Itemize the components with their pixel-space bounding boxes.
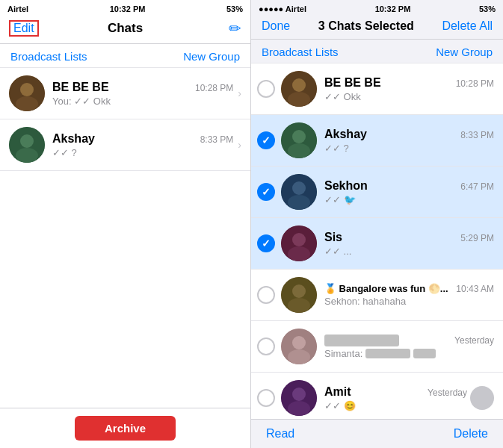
chevron-icon-bebebebe: › xyxy=(238,87,241,99)
right-time: 10:32 PM xyxy=(375,4,411,13)
svg-point-17 xyxy=(288,246,310,261)
right-chat-info-sekhon: Sekhon 6:47 PM ✓✓ 🐦 xyxy=(324,179,494,205)
right-chat-name-bebebebe: BE BE BE xyxy=(324,76,381,90)
right-chat-item-sis[interactable]: ✓ Sis 5:29 PM ✓✓ ... xyxy=(251,218,503,270)
svg-point-11 xyxy=(288,143,310,158)
left-nav-bar: Edit Chats ✏ xyxy=(0,16,250,44)
chat-preview-label-bebebebe: You: xyxy=(52,96,74,107)
right-chat-preview-blurred xyxy=(365,349,410,358)
right-chat-item-blurred[interactable]: Yesterday Simanta: xyxy=(251,321,503,373)
right-chat-emoji-blurred xyxy=(413,349,436,358)
chat-info-bebebebe: BE BE BE 10:28 PM You: ✓✓ Okk xyxy=(52,81,233,107)
right-chat-preview-sekhon: ✓✓ 🐦 xyxy=(324,194,356,205)
chat-item-bebebebe[interactable]: BE BE BE 10:28 PM You: ✓✓ Okk › xyxy=(0,68,250,119)
right-links-row: Broadcast Lists New Group xyxy=(251,40,503,63)
right-chat-preview-sis: ✓✓ ... xyxy=(324,246,351,257)
right-chat-list: BE BE BE 10:28 PM ✓✓ Okk ✓ Akshay 8:33 P… xyxy=(251,63,503,419)
chats-title: Chats xyxy=(108,21,143,36)
read-button[interactable]: Read xyxy=(266,427,294,441)
svg-point-19 xyxy=(292,284,306,298)
right-chat-item-bebebebe[interactable]: BE BE BE 10:28 PM ✓✓ Okk xyxy=(251,63,503,115)
right-chat-preview-label-bangalore: Sekhon: xyxy=(324,296,362,307)
chat-preview-bebebebe: ✓✓ Okk xyxy=(74,96,111,107)
right-chat-name-bangalore: 🏅 Bangalore was fun 🌕... xyxy=(324,283,448,294)
delete-button[interactable]: Delete xyxy=(454,427,488,441)
right-battery: 53% xyxy=(479,4,496,13)
right-new-group[interactable]: New Group xyxy=(436,46,493,58)
right-avatar-sis xyxy=(281,225,317,261)
right-bottom-bar: Read Delete xyxy=(251,419,503,448)
right-chat-preview-amit: ✓✓ 😊 xyxy=(324,400,356,411)
edit-button[interactable]: Edit xyxy=(9,20,39,37)
selection-circle-sis[interactable]: ✓ xyxy=(257,234,275,252)
delete-all-button[interactable]: Delete All xyxy=(442,19,493,33)
right-avatar-akshay xyxy=(281,122,317,158)
chat-name-akshay: Akshay xyxy=(52,132,95,146)
right-chat-item-akshay[interactable]: ✓ Akshay 8:33 PM ✓✓ ? xyxy=(251,115,503,167)
right-status-bar: ●●●●● Airtel 10:32 PM 53% xyxy=(251,0,503,16)
right-nav-bar: Done 3 Chats Selected Delete All xyxy=(251,16,503,40)
selection-circle-blurred[interactable] xyxy=(257,337,275,355)
right-chat-info-bangalore: 🏅 Bangalore was fun 🌕... 10:43 AM Sekhon… xyxy=(324,283,494,307)
svg-point-16 xyxy=(292,233,306,246)
left-carrier: Airtel xyxy=(7,4,28,13)
svg-point-23 xyxy=(288,349,310,364)
new-group-button[interactable]: New Group xyxy=(183,50,240,63)
right-chat-preview-bangalore: hahahaha xyxy=(362,296,406,307)
right-chat-name-amit: Amit xyxy=(324,385,351,399)
left-time: 10:32 PM xyxy=(110,4,146,13)
avatar-bebebebe xyxy=(9,75,45,111)
right-preview-label-blurred: Simanta: xyxy=(324,348,362,359)
svg-point-25 xyxy=(292,388,306,401)
right-chat-name-sis: Sis xyxy=(324,231,342,244)
selection-circle-bebebebe[interactable] xyxy=(257,80,275,98)
svg-point-26 xyxy=(288,401,310,416)
right-chat-info-bebebebe: BE BE BE 10:28 PM ✓✓ Okk xyxy=(324,76,494,102)
svg-point-10 xyxy=(292,130,306,143)
chat-preview-akshay: ✓✓ ? xyxy=(52,147,77,158)
right-chat-info-sis: Sis 5:29 PM ✓✓ ... xyxy=(324,231,494,257)
right-chat-time-sekhon: 6:47 PM xyxy=(460,181,494,192)
selection-circle-amit[interactable] xyxy=(257,389,275,407)
right-chat-item-amit[interactable]: Amit Yesterday ✓✓ 😊 xyxy=(251,373,503,419)
right-broadcast-lists[interactable]: Broadcast Lists xyxy=(262,46,339,58)
right-chat-item-sekhon[interactable]: ✓ Sekhon 6:47 PM ✓✓ 🐦 xyxy=(251,167,503,218)
svg-point-8 xyxy=(288,92,310,107)
right-avatar-blurred xyxy=(281,329,317,364)
svg-point-5 xyxy=(16,148,38,163)
right-chat-time-blurred: Yesterday xyxy=(454,335,494,346)
right-chat-info-blurred: Yesterday Simanta: xyxy=(324,335,494,359)
right-chat-info-amit: Amit Yesterday ✓✓ 😊 xyxy=(324,385,467,411)
selection-circle-akshay[interactable]: ✓ xyxy=(257,131,275,149)
svg-point-1 xyxy=(20,83,34,96)
avatar-akshay xyxy=(9,127,45,163)
right-chat-time-akshay: 8:33 PM xyxy=(460,130,494,140)
left-bottom-bar: Archive xyxy=(0,408,250,448)
selection-circle-sekhon[interactable]: ✓ xyxy=(257,183,275,201)
left-links-row: Broadcast Lists New Group xyxy=(0,44,250,68)
chat-time-bebebebe: 10:28 PM xyxy=(195,83,233,93)
right-chat-time-amit: Yesterday xyxy=(428,388,467,398)
unread-badge-amit xyxy=(470,386,494,410)
right-chat-preview-akshay: ✓✓ ? xyxy=(324,143,349,154)
svg-point-2 xyxy=(16,96,38,111)
chat-item-akshay[interactable]: Akshay 8:33 PM ✓✓ ? › xyxy=(0,119,250,171)
right-chat-name-blurred xyxy=(324,335,399,346)
done-button[interactable]: Done xyxy=(262,19,290,33)
right-panel: ●●●●● Airtel 10:32 PM 53% Done 3 Chats S… xyxy=(251,0,503,448)
svg-point-22 xyxy=(292,336,306,349)
right-avatar-bebebebe xyxy=(281,71,317,107)
broadcast-lists-button[interactable]: Broadcast Lists xyxy=(10,50,87,63)
check-icon-akshay: ✓ xyxy=(262,134,271,146)
left-battery: 53% xyxy=(226,4,243,13)
right-chat-time-bangalore: 10:43 AM xyxy=(456,284,494,294)
right-chat-time-bebebebe: 10:28 PM xyxy=(456,78,494,89)
right-avatar-amit xyxy=(281,380,317,416)
compose-icon[interactable]: ✏ xyxy=(229,19,241,37)
selected-title: 3 Chats Selected xyxy=(318,19,414,33)
selection-circle-bangalore[interactable] xyxy=(257,286,275,304)
archive-button[interactable]: Archive xyxy=(75,416,176,441)
right-chat-item-bangalore[interactable]: 🏅 Bangalore was fun 🌕... 10:43 AM Sekhon… xyxy=(251,270,503,321)
right-chat-name-akshay: Akshay xyxy=(324,128,367,141)
svg-point-13 xyxy=(292,181,306,195)
